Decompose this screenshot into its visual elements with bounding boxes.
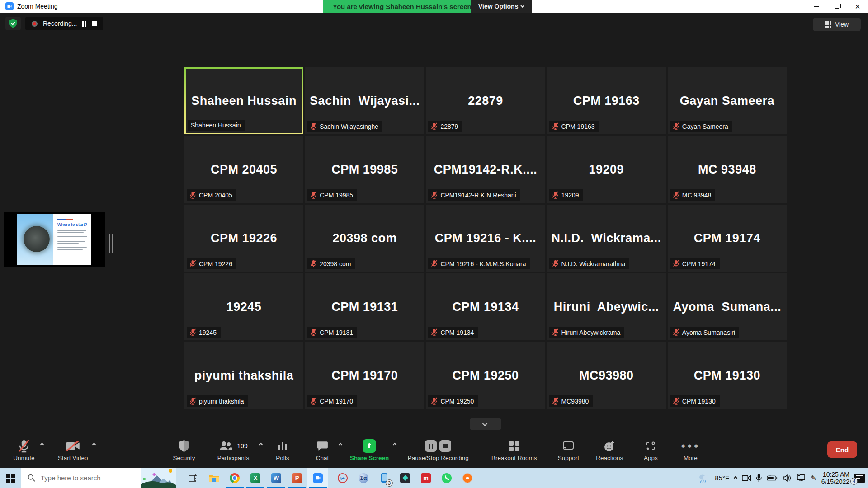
word-button[interactable]: W [266, 468, 287, 488]
filmora-button[interactable] [395, 468, 415, 488]
participant-tile[interactable]: Shaheen Hussain Shaheen Hussain [184, 67, 303, 134]
participant-tile[interactable]: MC 93948 MC 93948 [668, 136, 787, 203]
participant-tile[interactable]: CPM 19226 CPM 19226 [184, 205, 303, 272]
mendeley-button[interactable]: m [415, 468, 436, 488]
chat-options-chevron[interactable] [339, 443, 342, 446]
file-explorer-button[interactable] [203, 468, 224, 488]
network-display-icon[interactable] [797, 474, 806, 482]
camera-tray-icon[interactable] [742, 474, 751, 482]
restore-button[interactable] [826, 0, 847, 13]
view-layout-button[interactable]: View [813, 18, 861, 31]
participants-button[interactable]: 109 Participants [212, 439, 255, 461]
participant-tile[interactable]: CPM 19130 CPM 19130 [668, 342, 787, 409]
participant-tile[interactable]: Hiruni Abeywic... Hiruni Abeywickrama [547, 273, 666, 340]
share-options-chevron[interactable] [393, 443, 396, 446]
spss-button[interactable]: Σα [353, 468, 374, 488]
participant-tile[interactable]: 19209 19209 [547, 136, 666, 203]
participant-tile[interactable]: Gayan Sameera Gayan Sameera [668, 67, 787, 134]
participant-tile[interactable]: CPM 19216 - K.... CPM 19216 - K.M.M.S.Ko… [426, 205, 545, 272]
stop-recording-icon[interactable] [92, 21, 97, 26]
end-meeting-button[interactable]: End [827, 441, 857, 458]
slide-text-line [57, 247, 87, 248]
support-button[interactable]: Support [556, 439, 580, 461]
participant-tile[interactable]: CPM 19134 CPM 19134 [426, 273, 545, 340]
collapse-gallery-button[interactable] [470, 418, 501, 430]
start-video-button[interactable]: Start Video [58, 439, 88, 461]
participant-tile[interactable]: Ayoma Sumana... Ayoma Sumanasiri [668, 273, 787, 340]
sunburst-app-button[interactable] [457, 468, 478, 488]
unmute-button[interactable]: Unmute [12, 439, 36, 461]
participant-tile[interactable]: CPM 19174 CPM 19174 [668, 205, 787, 272]
muted-mic-icon [189, 260, 196, 267]
slide-text-line [57, 230, 86, 231]
participant-tile[interactable]: 19245 19245 [184, 273, 303, 340]
action-center-button[interactable]: 4 [854, 474, 865, 483]
tray-overflow-chevron[interactable] [734, 476, 737, 479]
start-button[interactable] [0, 468, 21, 488]
breakout-rooms-label: Breakout Rooms [491, 455, 537, 461]
participant-tile[interactable]: MC93980 MC93980 [547, 342, 666, 409]
speaker-icon[interactable] [783, 474, 792, 482]
reactions-button[interactable]: Reactions [596, 439, 623, 461]
muted-mic-icon [431, 328, 438, 336]
participant-tile[interactable]: Sachin Wijayasi... Sachin Wijayasinghe [305, 67, 424, 134]
battery-icon[interactable] [767, 475, 778, 481]
apps-button[interactable]: Apps [638, 439, 663, 461]
support-screen-icon [562, 439, 575, 453]
participant-tile[interactable]: CPM 19250 CPM 19250 [426, 342, 545, 409]
participant-name-text: Sachin Wijayasinghe [320, 123, 378, 130]
participants-options-chevron[interactable] [259, 443, 263, 446]
thumbnail-resize-handle[interactable] [109, 234, 113, 253]
participant-tile[interactable]: CPM 19170 CPM 19170 [305, 342, 424, 409]
security-button[interactable]: Security [172, 439, 196, 461]
pause-stop-recording-button[interactable]: Pause/Stop Recording [404, 439, 472, 461]
shared-screen-thumbnail[interactable]: Where to start? [4, 212, 105, 267]
search-icon [28, 474, 35, 482]
microphone-tray-icon[interactable] [756, 474, 762, 482]
participant-tile[interactable]: 22879 22879 [426, 67, 545, 134]
breakout-rooms-button[interactable]: Breakout Rooms [487, 439, 541, 461]
powerpoint-button[interactable]: P [287, 468, 307, 488]
participant-tile[interactable]: N.I.D. Wickrama... N.I.D. Wickramarathna [547, 205, 666, 272]
participant-tile[interactable]: piyumi thakshila piyumi thakshila [184, 342, 303, 409]
temperature-readout[interactable]: 85°F [715, 474, 729, 482]
notification-icon-line [856, 475, 863, 476]
participant-tile[interactable]: CPM 19985 CPM 19985 [305, 136, 424, 203]
search-input[interactable] [41, 474, 122, 482]
taskbar-clock[interactable]: 10:25 AM 6/15/2022 [821, 471, 849, 485]
snipping-tool-button[interactable]: ✂ [332, 468, 353, 488]
share-screen-button[interactable]: Share Screen [350, 439, 389, 461]
pen-icon[interactable]: ✎ [811, 474, 816, 482]
participant-display-name: CPM19142-R.K.... [434, 163, 538, 177]
unmute-label: Unmute [13, 455, 34, 461]
minimize-button[interactable] [806, 0, 826, 13]
participant-tile[interactable]: 20398 com 20398 com [305, 205, 424, 272]
audio-options-chevron[interactable] [40, 443, 44, 446]
excel-button[interactable]: X [245, 468, 266, 488]
stop-recording-icon[interactable] [439, 440, 451, 452]
view-options-button[interactable]: View Options [471, 0, 532, 13]
participant-tile[interactable]: CPM 20405 CPM 20405 [184, 136, 303, 203]
more-button[interactable]: ●●● More [678, 439, 703, 461]
pause-recording-icon[interactable] [425, 440, 437, 452]
zoom-app-button[interactable] [307, 468, 328, 488]
pause-recording-icon[interactable] [82, 21, 86, 27]
taskbar-search[interactable] [21, 468, 176, 488]
chrome-button[interactable] [224, 468, 245, 488]
task-view-button[interactable] [183, 468, 203, 488]
sunburst-app-icon [462, 473, 472, 483]
phone-badge: 3 [386, 479, 393, 487]
your-phone-button[interactable]: 3 [374, 468, 395, 488]
participant-display-name: MC93980 [579, 369, 634, 383]
chat-button[interactable]: Chat [310, 439, 335, 461]
participant-tile[interactable]: CPM19142-R.K.... CPM19142-R.K.N.Reshani [426, 136, 545, 203]
slide-text-line [57, 243, 79, 244]
start-video-label: Start Video [58, 455, 88, 461]
polls-button[interactable]: Polls [270, 439, 295, 461]
video-options-chevron[interactable] [92, 443, 95, 446]
participant-tile[interactable]: CPM 19131 CPM 19131 [305, 273, 424, 340]
participant-display-name: CPM 19134 [452, 300, 519, 314]
whatsapp-button[interactable] [436, 468, 457, 488]
participant-tile[interactable]: CPM 19163 CPM 19163 [547, 67, 666, 134]
close-button[interactable]: ✕ [847, 0, 868, 13]
